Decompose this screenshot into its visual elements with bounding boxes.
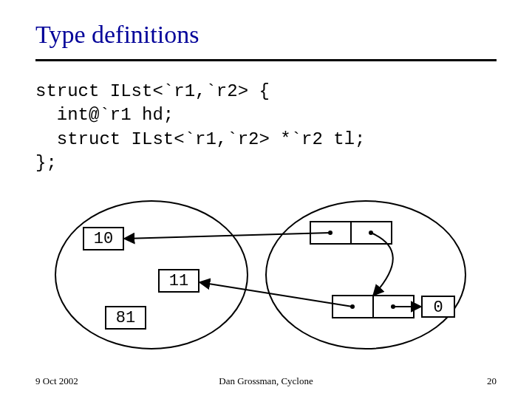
value-box-81: 81 [105, 306, 146, 330]
svg-point-0 [55, 201, 248, 349]
value-box-10: 10 [83, 227, 124, 250]
value-box-0: 0 [421, 296, 455, 318]
diagram-svg [0, 0, 532, 399]
value-box-11: 11 [158, 269, 200, 293]
footer-center: Dan Grossman, Cyclone [0, 375, 532, 387]
footer-page: 20 [487, 375, 497, 387]
